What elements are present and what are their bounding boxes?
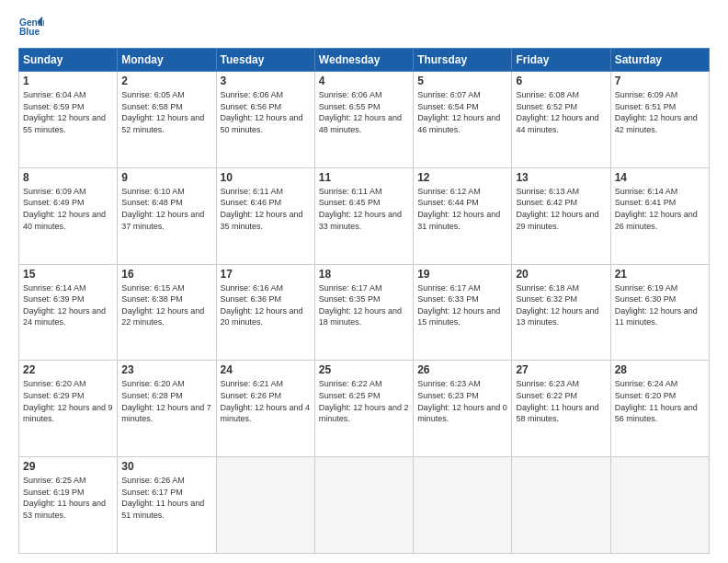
cell-daylight: Daylight: 12 hours and 46 minutes.	[417, 113, 500, 134]
cell-sunrise: Sunrise: 6:05 AM	[121, 90, 185, 99]
day-number: 23	[121, 363, 211, 376]
cell-sunrise: Sunrise: 6:14 AM	[615, 187, 678, 196]
calendar-cell: 2 Sunrise: 6:05 AM Sunset: 6:58 PM Dayli…	[118, 72, 216, 168]
cell-sunrise: Sunrise: 6:15 AM	[121, 283, 185, 293]
cell-sunset: Sunset: 6:45 PM	[319, 198, 381, 207]
cell-sunrise: Sunrise: 6:20 AM	[23, 379, 86, 388]
cell-sunrise: Sunrise: 6:11 AM	[221, 187, 284, 196]
cell-daylight: Daylight: 12 hours and 22 minutes.	[121, 306, 204, 327]
cell-daylight: Daylight: 11 hours and 56 minutes.	[615, 403, 698, 424]
calendar-cell	[414, 457, 512, 554]
logo-icon: General Blue	[18, 15, 44, 40]
cell-sunrise: Sunrise: 6:17 AM	[319, 283, 382, 293]
cell-daylight: Daylight: 12 hours and 42 minutes.	[615, 113, 698, 134]
cell-sunset: Sunset: 6:56 PM	[221, 102, 282, 111]
calendar-week-row: 29 Sunrise: 6:25 AM Sunset: 6:19 PM Dayl…	[19, 457, 710, 554]
cell-sunrise: Sunrise: 6:17 AM	[417, 283, 481, 293]
cell-sunrise: Sunrise: 6:23 AM	[417, 379, 481, 388]
cell-daylight: Daylight: 12 hours and 13 minutes.	[516, 306, 598, 327]
cell-sunset: Sunset: 6:51 PM	[615, 102, 677, 111]
calendar-cell: 4 Sunrise: 6:06 AM Sunset: 6:55 PM Dayli…	[314, 72, 413, 168]
cell-daylight: Daylight: 11 hours and 53 minutes.	[23, 499, 106, 520]
cell-sunset: Sunset: 6:29 PM	[23, 391, 85, 400]
day-number: 3	[221, 75, 311, 87]
logo: General Blue	[18, 15, 44, 40]
cell-daylight: Daylight: 11 hours and 58 minutes.	[516, 403, 598, 424]
day-number: 28	[615, 363, 705, 376]
cell-sunset: Sunset: 6:41 PM	[615, 198, 677, 207]
calendar-cell: 6 Sunrise: 6:08 AM Sunset: 6:52 PM Dayli…	[512, 72, 610, 168]
day-number: 7	[615, 75, 705, 87]
calendar-cell: 23 Sunrise: 6:20 AM Sunset: 6:28 PM Dayl…	[118, 361, 216, 457]
cell-sunrise: Sunrise: 6:11 AM	[319, 187, 382, 196]
day-number: 30	[121, 460, 211, 473]
cell-sunrise: Sunrise: 6:09 AM	[23, 187, 86, 196]
cell-sunset: Sunset: 6:28 PM	[121, 391, 183, 400]
day-number: 21	[615, 268, 705, 281]
cell-daylight: Daylight: 12 hours and 11 minutes.	[615, 306, 698, 327]
cell-sunrise: Sunrise: 6:16 AM	[221, 283, 284, 293]
day-number: 4	[319, 75, 409, 87]
day-number: 2	[121, 75, 211, 87]
svg-text:Blue: Blue	[19, 27, 40, 37]
calendar-day-header: Monday	[118, 49, 216, 72]
day-number: 26	[417, 363, 507, 376]
cell-sunset: Sunset: 6:33 PM	[417, 294, 479, 304]
calendar-cell: 30 Sunrise: 6:26 AM Sunset: 6:17 PM Dayl…	[118, 457, 216, 554]
cell-sunset: Sunset: 6:54 PM	[417, 102, 479, 111]
calendar-week-row: 1 Sunrise: 6:04 AM Sunset: 6:59 PM Dayli…	[19, 72, 710, 168]
cell-sunrise: Sunrise: 6:06 AM	[319, 90, 382, 99]
cell-sunrise: Sunrise: 6:20 AM	[121, 379, 185, 388]
cell-sunset: Sunset: 6:38 PM	[121, 294, 183, 304]
cell-daylight: Daylight: 12 hours and 4 minutes.	[221, 403, 311, 424]
calendar-day-header: Saturday	[610, 49, 709, 72]
cell-sunset: Sunset: 6:55 PM	[319, 102, 381, 111]
calendar-cell: 21 Sunrise: 6:19 AM Sunset: 6:30 PM Dayl…	[610, 264, 709, 361]
calendar-cell: 26 Sunrise: 6:23 AM Sunset: 6:23 PM Dayl…	[414, 361, 512, 457]
cell-daylight: Daylight: 12 hours and 26 minutes.	[615, 210, 698, 231]
calendar-cell: 1 Sunrise: 6:04 AM Sunset: 6:59 PM Dayli…	[19, 72, 118, 168]
cell-sunset: Sunset: 6:42 PM	[516, 198, 577, 207]
cell-sunrise: Sunrise: 6:08 AM	[516, 90, 579, 99]
cell-sunset: Sunset: 6:36 PM	[221, 294, 282, 304]
day-number: 12	[417, 171, 507, 184]
cell-sunset: Sunset: 6:39 PM	[23, 294, 85, 304]
day-number: 10	[221, 171, 311, 184]
calendar-cell: 24 Sunrise: 6:21 AM Sunset: 6:26 PM Dayl…	[216, 361, 314, 457]
day-number: 16	[121, 268, 211, 281]
day-number: 8	[23, 171, 113, 184]
calendar-week-row: 15 Sunrise: 6:14 AM Sunset: 6:39 PM Dayl…	[19, 264, 710, 361]
calendar-cell: 29 Sunrise: 6:25 AM Sunset: 6:19 PM Dayl…	[19, 457, 118, 554]
cell-sunset: Sunset: 6:48 PM	[121, 198, 183, 207]
calendar-cell: 18 Sunrise: 6:17 AM Sunset: 6:35 PM Dayl…	[314, 264, 413, 361]
calendar-day-header: Thursday	[414, 49, 512, 72]
cell-daylight: Daylight: 12 hours and 44 minutes.	[516, 113, 598, 134]
day-number: 25	[319, 363, 409, 376]
cell-daylight: Daylight: 12 hours and 18 minutes.	[319, 306, 402, 327]
calendar-cell: 16 Sunrise: 6:15 AM Sunset: 6:38 PM Dayl…	[118, 264, 216, 361]
calendar-cell: 10 Sunrise: 6:11 AM Sunset: 6:46 PM Dayl…	[216, 167, 314, 264]
calendar-cell	[512, 457, 610, 554]
day-number: 18	[319, 268, 409, 281]
cell-sunset: Sunset: 6:23 PM	[417, 391, 479, 400]
cell-daylight: Daylight: 12 hours and 55 minutes.	[23, 113, 106, 134]
cell-sunset: Sunset: 6:20 PM	[615, 391, 677, 400]
page-header: General Blue	[18, 15, 710, 40]
cell-sunrise: Sunrise: 6:21 AM	[221, 379, 284, 388]
cell-daylight: Daylight: 12 hours and 35 minutes.	[221, 210, 303, 231]
calendar-cell: 3 Sunrise: 6:06 AM Sunset: 6:56 PM Dayli…	[216, 72, 314, 168]
cell-sunset: Sunset: 6:59 PM	[23, 102, 85, 111]
cell-sunrise: Sunrise: 6:07 AM	[417, 90, 481, 99]
cell-sunrise: Sunrise: 6:23 AM	[516, 379, 579, 388]
calendar-table: SundayMondayTuesdayWednesdayThursdayFrid…	[18, 48, 710, 554]
cell-daylight: Daylight: 12 hours and 24 minutes.	[23, 306, 106, 327]
calendar-day-header: Friday	[512, 49, 610, 72]
cell-daylight: Daylight: 12 hours and 52 minutes.	[121, 113, 204, 134]
calendar-cell: 25 Sunrise: 6:22 AM Sunset: 6:25 PM Dayl…	[314, 361, 413, 457]
cell-daylight: Daylight: 12 hours and 40 minutes.	[23, 210, 106, 231]
calendar-day-header: Sunday	[19, 49, 118, 72]
cell-sunrise: Sunrise: 6:19 AM	[615, 283, 678, 293]
cell-sunrise: Sunrise: 6:06 AM	[221, 90, 284, 99]
calendar-cell: 12 Sunrise: 6:12 AM Sunset: 6:44 PM Dayl…	[414, 167, 512, 264]
cell-sunrise: Sunrise: 6:26 AM	[121, 476, 185, 485]
